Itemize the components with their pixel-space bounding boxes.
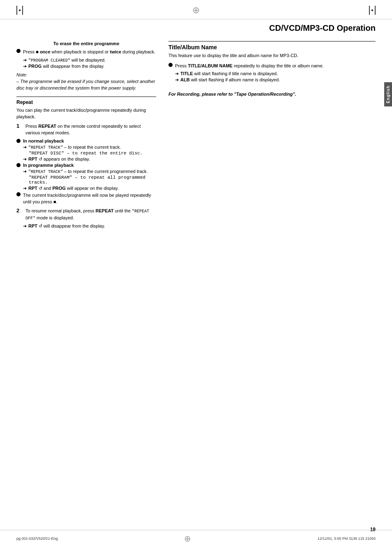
recording-note: For Recording, please refer to "Tape Ope… bbox=[168, 91, 376, 98]
title-album-section: Title/Album Name This feature use to dis… bbox=[168, 41, 376, 83]
repeat-item-2: 2 To resume normal playback, press REPEA… bbox=[16, 207, 156, 222]
normal-arrow-1-text: "REPEAT TRACK" – to repeat the current t… bbox=[28, 145, 121, 150]
normal-arrow-2-text: RPT ↺ appears on the display. bbox=[28, 157, 90, 162]
prog-arrow-2-text: RPT ↺ and PROG will appear on the displa… bbox=[28, 186, 119, 191]
repeat-item-1-content: Press REPEAT on the remote control repea… bbox=[25, 123, 156, 137]
arrow-icon-1: ➜ bbox=[23, 58, 27, 63]
arrow-icon-n1: ➜ bbox=[23, 145, 27, 150]
twice-bold: twice bbox=[110, 49, 121, 54]
footer-right: 12/11/01, 5:05 PM 3139 115 21093 bbox=[318, 537, 376, 541]
prog-arrow-1: ➜ "REPEAT TRACK" – to repeat the current… bbox=[16, 169, 156, 174]
erase-bullet-1-text: Press ■ once when playback is stopped or… bbox=[23, 48, 156, 55]
title-arrow-1: ➜ TITLE will start flashing if title nam… bbox=[168, 71, 376, 76]
footer-left: pg 001-032/V520/21-Eng bbox=[16, 537, 58, 541]
prog-playback-bullet: In programme playback bbox=[16, 163, 156, 168]
erase-arrow-2: ➜ PROG will disappear from the display. bbox=[16, 64, 156, 69]
normal-arrow-1: ➜ "REPEAT TRACK" – to repeat the current… bbox=[16, 145, 156, 150]
normal-playback-content: In normal playback bbox=[23, 138, 156, 143]
title-bold: TITLE bbox=[180, 71, 193, 76]
erase-arrow-2-text: PROG will disappear from the display. bbox=[28, 64, 104, 69]
current-track-bullet: The current track/disc/programme will no… bbox=[16, 192, 156, 206]
arrow-icon-r2: ➜ bbox=[23, 223, 27, 229]
prog-arrow-2: ➜ RPT ↺ and PROG will appear on the disp… bbox=[16, 186, 156, 191]
repeat-item-1-text: Press REPEAT on the remote control repea… bbox=[25, 123, 156, 136]
prog-bold-2: PROG bbox=[53, 186, 66, 191]
rpt-bold-1: RPT bbox=[28, 157, 37, 161]
page-title: CD/VCD/MP3-CD Operation bbox=[16, 23, 376, 35]
arrow-icon-n2: ➜ bbox=[23, 157, 27, 162]
left-border bbox=[16, 6, 17, 15]
erase-bullet-1-content: Press ■ once when playback is stopped or… bbox=[23, 48, 156, 56]
repeat-intro: You can play the current track/disc/prog… bbox=[16, 107, 156, 120]
bottom-bar: pg 001-032/V520/21-Eng ⊕ 12/11/01, 5:05 … bbox=[0, 530, 392, 547]
alb-bold: ALB bbox=[180, 77, 190, 82]
prog-playback-title: In programme playback bbox=[23, 163, 74, 168]
arrow-icon-2: ➜ bbox=[23, 64, 27, 69]
repeat-bold-2: REPEAT bbox=[96, 208, 114, 213]
arrow-icon-t2: ➜ bbox=[175, 77, 179, 83]
program-cleared-mono: "PROGRAM CLEARED" bbox=[28, 58, 70, 63]
prog-playback-content: In programme playback bbox=[23, 163, 156, 168]
right-left-border bbox=[369, 6, 370, 15]
note-text: – The programme will be erased if you ch… bbox=[16, 78, 156, 92]
left-color-strip bbox=[19, 9, 21, 11]
rpt-bold-2: RPT bbox=[28, 186, 37, 191]
right-border bbox=[22, 6, 23, 15]
repeat-track-prog-mono: "REPEAT TRACK" bbox=[28, 170, 63, 174]
arrow-icon-p1: ➜ bbox=[23, 169, 27, 174]
title-album-name-bold: TITLE/ALBUM NAME bbox=[188, 63, 233, 68]
repeat-bold-1: REPEAT bbox=[38, 124, 56, 129]
bullet-dot-1 bbox=[16, 49, 21, 53]
title-arrow-2-text: ALB will start flashing if album name is… bbox=[180, 77, 280, 82]
stop-bold: ■ once bbox=[36, 49, 50, 54]
current-track-content: The current track/disc/programme will no… bbox=[23, 192, 156, 206]
title-intro: This feature use to display the title an… bbox=[168, 52, 376, 59]
repeat-item-2-content: To resume normal playback, press REPEAT … bbox=[25, 207, 156, 222]
bullet-dot-normal bbox=[16, 139, 21, 143]
repeat-item-2-text: To resume normal playback, press REPEAT … bbox=[25, 207, 156, 221]
normal-arrow-2: ➜ RPT ↺ appears on the display. bbox=[16, 157, 156, 162]
bullet-dot-prog bbox=[16, 163, 21, 167]
right-color-strip bbox=[371, 9, 373, 11]
main-content: CD/VCD/MP3-CD Operation To erase the ent… bbox=[0, 19, 392, 238]
repeat-item-2-arrow: ➜ RPT ↺ will disappear from the display. bbox=[16, 223, 156, 229]
english-tab: English bbox=[384, 82, 392, 106]
erase-arrow-1-text: "PROGRAM CLEARED" will be displayed. bbox=[28, 58, 106, 63]
right-strip-container bbox=[369, 6, 376, 15]
repeat-program-text: "REPEAT PROGRAM" – to repeat all program… bbox=[16, 175, 156, 185]
title-bullet-1-content: Press TITLE/ALBUM NAME repeatedly to dis… bbox=[175, 62, 376, 70]
erase-section: To erase the entire programme Press ■ on… bbox=[16, 41, 156, 92]
normal-disc-text: "REPEAT DISC" – to repeat the entire dis… bbox=[16, 151, 156, 156]
prog-arrow-1-text: "REPEAT TRACK" – to repeat the current p… bbox=[28, 169, 148, 174]
compass-icon-bottom: ⊕ bbox=[184, 534, 191, 543]
arrow-icon-p2: ➜ bbox=[23, 186, 27, 191]
normal-playback-bullet: In normal playback bbox=[16, 138, 156, 143]
title-album-title: Title/Album Name bbox=[168, 44, 376, 51]
item-number-2: 2 bbox=[16, 207, 22, 214]
repeat-item-2-arrow-text: RPT ↺ will disappear from the display. bbox=[28, 223, 105, 229]
bullet-dot-title bbox=[168, 63, 173, 67]
erase-arrow-1: ➜ "PROGRAM CLEARED" will be displayed. bbox=[16, 58, 156, 63]
current-track-text: The current track/disc/programme will no… bbox=[23, 192, 156, 205]
erase-bullet-1: Press ■ once when playback is stopped or… bbox=[16, 48, 156, 56]
bullet-dot-current bbox=[16, 192, 21, 196]
top-bar: ⊕ bbox=[0, 0, 392, 19]
rpt-bold-3: RPT bbox=[28, 223, 37, 228]
repeat-title: Repeat bbox=[16, 97, 156, 105]
note-label: Note: bbox=[16, 72, 156, 77]
arrow-icon-t1: ➜ bbox=[175, 71, 179, 76]
right-right-border bbox=[375, 6, 376, 15]
prog-bold: PROG bbox=[28, 64, 42, 69]
title-bullet-1: Press TITLE/ALBUM NAME repeatedly to dis… bbox=[168, 62, 376, 70]
normal-playback-title: In normal playback bbox=[23, 138, 64, 143]
note-section: Note: – The programme will be erased if … bbox=[16, 72, 156, 92]
erase-title: To erase the entire programme bbox=[16, 41, 156, 46]
item-number-1: 1 bbox=[16, 123, 22, 129]
repeat-item-1: 1 Press REPEAT on the remote control rep… bbox=[16, 123, 156, 137]
left-strip-container bbox=[16, 6, 23, 15]
recording-note-text: For Recording, please refer to "Tape Ope… bbox=[168, 92, 296, 97]
two-column-layout: To erase the entire programme Press ■ on… bbox=[16, 41, 376, 230]
left-column: To erase the entire programme Press ■ on… bbox=[16, 41, 156, 230]
title-arrow-2: ➜ ALB will start flashing if album name … bbox=[168, 77, 376, 83]
repeat-track-mono: "REPEAT TRACK" bbox=[28, 145, 63, 150]
